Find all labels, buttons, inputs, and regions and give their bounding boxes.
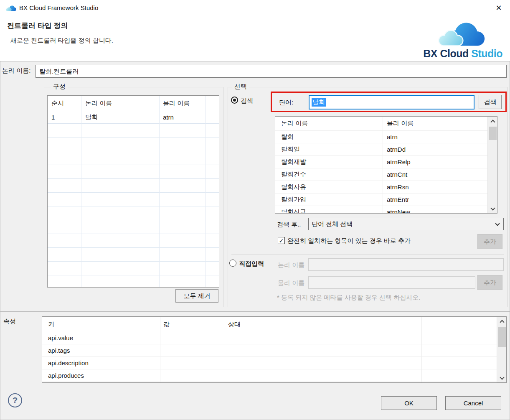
cell-physical: atrnNew <box>383 209 410 214</box>
cell-key: api.produces <box>42 372 160 379</box>
selection-legend: 선택 <box>232 83 249 91</box>
direct-input-radio-label: 직접입력 <box>239 260 264 268</box>
selection-divider <box>231 254 504 255</box>
scroll-up-icon[interactable] <box>497 317 507 326</box>
remove-all-button[interactable]: 모두 제거 <box>175 289 218 303</box>
logo-text: BX Cloud Studio <box>423 48 502 60</box>
after-search-dropdown[interactable]: 단어 전체 선택 <box>308 218 504 230</box>
table-row[interactable]: api.produces <box>42 369 506 382</box>
cell-physical: atrn <box>159 114 205 121</box>
cell-physical: atrnEntr <box>383 196 409 203</box>
cell-physical: atrn <box>383 133 398 140</box>
search-button[interactable]: 검색 <box>479 95 502 109</box>
table-row[interactable]: 탈회건수 atrnCnt <box>275 168 497 181</box>
composition-table-grid <box>48 123 219 287</box>
search-results-table[interactable]: 논리 이름 물리 이름 탈회 atrn 탈회일 atrnDd 탈회재발 atrn… <box>275 116 497 214</box>
logo-text-cloud: Cloud <box>437 48 471 59</box>
table-row[interactable]: 탈회사유 atrnRsn <box>275 181 497 193</box>
direct-logical-input[interactable] <box>308 258 504 271</box>
page-title: 컨트롤러 타입 정의 <box>7 21 68 31</box>
col-header-logical: 논리 이름 <box>81 99 159 107</box>
table-row[interactable]: 탈회신규 atrnNew <box>275 206 497 214</box>
cell-physical: atrnCnt <box>383 171 407 178</box>
table-row[interactable]: api.description <box>42 357 506 369</box>
col-header-key: 키 <box>42 321 160 328</box>
col-header-logical: 논리 이름 <box>275 120 383 127</box>
cell-logical: 탈회일 <box>275 145 383 153</box>
direct-input-radio[interactable] <box>229 260 236 267</box>
col-header-physical: 물리 이름 <box>383 120 414 127</box>
scroll-up-icon[interactable] <box>488 117 497 126</box>
results-scrollbar[interactable] <box>487 117 497 213</box>
logical-name-label: 논리 이름: <box>2 67 30 75</box>
direct-add-button[interactable]: 추가 <box>477 275 502 290</box>
word-input[interactable]: 탈회 <box>309 95 474 109</box>
composition-legend: 구성 <box>51 83 68 91</box>
dialog-controller-type-definition: BX Cloud Framework Studio ✕ 컨트롤러 타입 정의 새… <box>0 0 510 420</box>
help-icon: ? <box>13 395 18 405</box>
window-title: BX Cloud Framework Studio <box>19 0 98 16</box>
section-divider <box>0 311 510 312</box>
col-header-value: 값 <box>160 321 225 328</box>
logo-text-studio: Studio <box>471 48 502 59</box>
column-divider <box>159 96 160 287</box>
search-radio[interactable] <box>231 97 238 104</box>
cell-logical: 탈회신규 <box>275 208 383 214</box>
scroll-down-icon[interactable] <box>488 204 497 213</box>
scrollbar-thumb[interactable] <box>489 127 497 140</box>
scroll-down-icon[interactable] <box>497 373 507 382</box>
auto-add-checkbox[interactable]: ✓ <box>278 237 285 244</box>
cell-logical: 탈회재발 <box>275 158 383 166</box>
col-header-physical: 물리 이름 <box>159 99 205 107</box>
composition-table-header: 순서 논리 이름 물리 이름 <box>48 96 219 111</box>
scrollbar-thumb[interactable] <box>498 327 506 347</box>
table-row[interactable]: 탈회가입 atrnEntr <box>275 193 497 206</box>
composition-table[interactable]: 순서 논리 이름 물리 이름 1 탈회 atrn <box>47 95 219 288</box>
column-divider <box>205 96 206 287</box>
col-header-status: 상태 <box>225 321 421 328</box>
logo-text-bx: BX <box>423 48 437 59</box>
ok-button[interactable]: OK <box>381 396 437 410</box>
help-button[interactable]: ? <box>8 393 22 407</box>
properties-scrollbar[interactable] <box>497 317 506 382</box>
table-row[interactable]: 탈회 atrn <box>275 131 497 143</box>
direct-physical-input[interactable] <box>308 276 475 289</box>
direct-input-note: * 등록 되지 않은 메타를 사용할 경우 선택 하십시오. <box>277 294 420 302</box>
word-input-selected-text: 탈회 <box>312 98 326 107</box>
header-area: BX Cloud Framework Studio ✕ 컨트롤러 타입 정의 새… <box>0 0 510 61</box>
chevron-down-icon <box>495 221 500 226</box>
bx-cloud-studio-logo: BX Cloud Studio <box>423 3 502 59</box>
cancel-button[interactable]: Cancel <box>445 396 501 410</box>
results-table-header: 논리 이름 물리 이름 <box>275 117 497 131</box>
auto-add-checkbox-label: 완전히 일치하는 항목이 있는 경우 바로 추가 <box>287 237 411 245</box>
table-row[interactable]: api.value <box>42 332 506 344</box>
add-button[interactable]: 추가 <box>477 234 502 249</box>
cell-logical: 탈회 <box>275 133 383 141</box>
cell-logical: 탈회가입 <box>275 196 383 204</box>
word-label: 단어: <box>279 99 293 107</box>
table-row[interactable]: api.tags <box>42 344 506 357</box>
logo-cloud-icon <box>435 20 488 48</box>
logical-name-input[interactable]: 탈회.컨트롤러 <box>36 65 507 78</box>
cell-physical: atrnDd <box>383 146 406 153</box>
table-row[interactable]: 1 탈회 atrn <box>48 111 219 123</box>
column-divider <box>383 117 383 213</box>
cell-physical: atrnRelp <box>383 158 411 165</box>
column-divider <box>421 317 422 382</box>
after-search-selected-value: 단어 전체 선택 <box>312 220 353 228</box>
direct-logical-label: 논리 이름 <box>278 261 304 269</box>
col-header-order: 순서 <box>48 99 81 107</box>
column-divider <box>81 96 81 287</box>
table-row[interactable]: 탈회재발 atrnRelp <box>275 156 497 168</box>
cell-key: api.tags <box>42 347 160 354</box>
after-search-label: 검색 후.. <box>277 221 301 229</box>
properties-table[interactable]: 키 값 상태 api.value api.tags api.descriptio… <box>42 316 507 383</box>
check-icon: ✓ <box>279 237 284 244</box>
table-row[interactable]: 탈회일 atrnDd <box>275 143 497 156</box>
cell-order: 1 <box>48 114 81 121</box>
page-subtitle: 새로운 컨트롤러 타입을 정의 합니다. <box>10 37 113 45</box>
cell-key: api.value <box>42 334 160 341</box>
cell-logical: 탈회 <box>81 113 159 121</box>
cell-logical: 탈회사유 <box>275 183 383 191</box>
cell-physical: atrnRsn <box>383 183 409 191</box>
